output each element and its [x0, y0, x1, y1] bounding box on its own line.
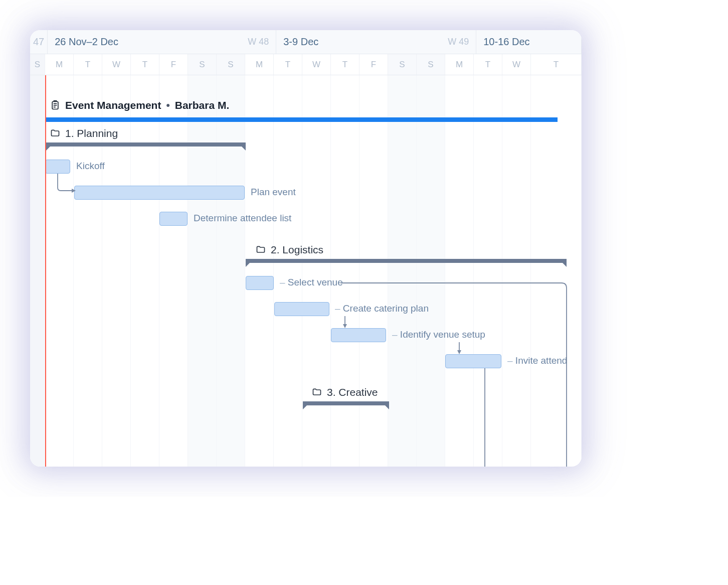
task-label: Plan event — [251, 187, 296, 198]
task-bar-attendee[interactable] — [159, 212, 188, 226]
task-row[interactable]: Create catering plan — [30, 296, 582, 322]
day-col-header: M — [45, 54, 74, 75]
folder-label: 3. Creative — [327, 386, 378, 398]
task-row[interactable]: Invite attend — [30, 348, 582, 374]
folder-label: 1. Planning — [65, 127, 118, 139]
task-row[interactable]: Plan event — [30, 180, 582, 206]
task-row[interactable]: Select venue — [30, 270, 582, 296]
timeline-body[interactable]: Event Management • Barbara M. 1. Plannin… — [30, 75, 582, 467]
folder-row[interactable]: 1. Planning — [30, 125, 582, 154]
task-row[interactable]: Determine attendee list — [30, 206, 582, 232]
day-col-header: M — [445, 54, 474, 75]
day-col-header: W — [502, 54, 531, 75]
task-bar-plan[interactable] — [74, 186, 245, 200]
day-col-header: S — [417, 54, 445, 75]
day-col-header: M — [245, 54, 274, 75]
day-col-header: F — [359, 54, 388, 75]
day-col-header: S — [388, 54, 417, 75]
task-label: Kickoff — [76, 161, 105, 172]
week-header: 47 26 Nov–2 Dec W 48 3-9 Dec W 49 10-16 … — [30, 30, 582, 54]
day-col-header: T — [131, 54, 159, 75]
day-col-header: W — [102, 54, 131, 75]
project-owner: Barbara M. — [175, 99, 230, 111]
project-title: Event Management — [65, 99, 161, 111]
folder-icon — [50, 128, 60, 138]
task-bar-venue[interactable] — [246, 276, 274, 290]
project-bar[interactable] — [46, 117, 558, 122]
gantt-frame: 47 26 Nov–2 Dec W 48 3-9 Dec W 49 10-16 … — [30, 30, 582, 467]
week-block[interactable]: 26 Nov–2 Dec W 48 — [48, 30, 276, 54]
task-bar-invite[interactable] — [445, 354, 501, 368]
task-bar-catering[interactable] — [274, 302, 329, 316]
day-col-header: T — [474, 54, 502, 75]
week-block[interactable]: 3-9 Dec W 49 — [276, 30, 476, 54]
task-label: Identify venue setup — [392, 329, 485, 340]
folder-row[interactable]: 2. Logistics — [30, 242, 582, 270]
project-row[interactable]: Event Management • Barbara M. — [30, 90, 582, 125]
folder-bar[interactable] — [246, 259, 567, 263]
day-col-header: T — [74, 54, 102, 75]
week-block[interactable]: 10-16 Dec — [476, 30, 582, 54]
task-row[interactable]: Identify venue setup — [30, 322, 582, 348]
week-number: W 48 — [248, 37, 269, 47]
week-range: 26 Nov–2 Dec — [55, 36, 118, 48]
day-col-header: T — [331, 54, 359, 75]
folder-icon — [312, 387, 322, 397]
clipboard-icon — [50, 100, 60, 110]
folder-bar[interactable] — [46, 142, 246, 147]
folder-icon — [256, 245, 266, 255]
day-header: S M T W T F S S M T W T F S S M T W T — [30, 54, 582, 75]
task-row[interactable]: Kickoff — [30, 154, 582, 180]
task-bar-setup[interactable] — [331, 328, 386, 342]
day-col-header: S — [30, 54, 45, 75]
day-col-header: T — [274, 54, 302, 75]
folder-label: 2. Logistics — [271, 244, 323, 256]
task-label: Determine attendee list — [194, 213, 291, 224]
task-label: Create catering plan — [335, 303, 429, 314]
folder-bar[interactable] — [303, 401, 389, 405]
dot-separator: • — [166, 99, 169, 111]
week-range: 10-16 Dec — [483, 36, 529, 48]
folder-row[interactable]: 3. Creative — [30, 384, 582, 412]
week-number: W 49 — [448, 37, 469, 47]
day-col-header: F — [159, 54, 188, 75]
day-col-header: W — [302, 54, 331, 75]
today-indicator — [45, 75, 46, 467]
day-col-header: T — [531, 54, 582, 75]
task-label: Select venue — [280, 277, 343, 288]
week-number-prev: 47 — [30, 30, 48, 54]
day-col-header: S — [217, 54, 245, 75]
week-range: 3-9 Dec — [283, 36, 318, 48]
day-col-header: S — [188, 54, 217, 75]
task-bar-kickoff[interactable] — [45, 160, 70, 174]
task-label: Invite attend — [507, 355, 567, 366]
